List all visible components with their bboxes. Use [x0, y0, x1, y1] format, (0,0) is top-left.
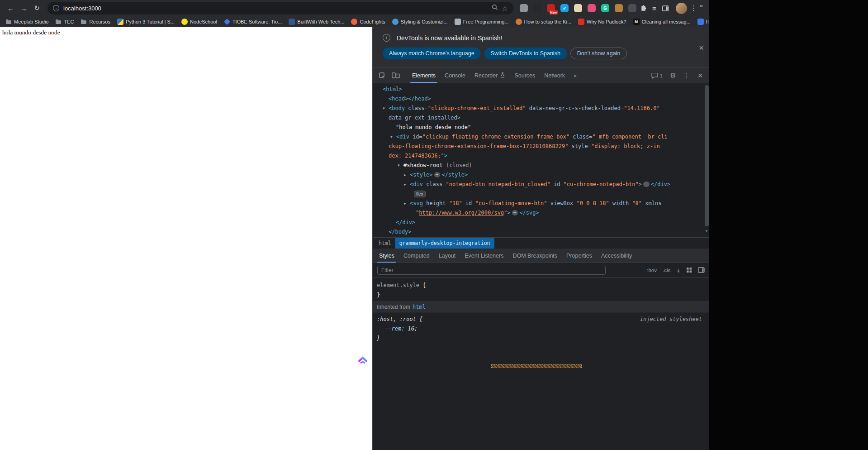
tree-scrollbar-thumb[interactable]	[705, 85, 709, 226]
bookmark-item[interactable]: Free Programming...	[455, 19, 509, 25]
code-line[interactable]: }	[373, 290, 709, 300]
new-style-rule-button[interactable]: +	[676, 267, 680, 274]
code-line[interactable]: element.style {	[373, 281, 709, 290]
banner-close-icon[interactable]: ×	[699, 43, 704, 52]
issues-counter[interactable]: 1	[648, 72, 666, 79]
expand-arrow-icon[interactable]: ▼	[398, 161, 403, 170]
extension-icon[interactable]: ✓	[560, 4, 569, 12]
styles-tab[interactable]: Layout	[434, 249, 460, 263]
bookmarks-overflow-button[interactable]: »	[695, 0, 709, 11]
toggle-class-button[interactable]: .cls	[663, 268, 670, 273]
devtools-tab[interactable]: Sources	[510, 68, 540, 83]
bookmark-item[interactable]: Meeplab Studio	[5, 19, 48, 25]
bookmark-item[interactable]: CodeFights	[351, 19, 385, 25]
expand-arrow-icon[interactable]: ▶	[404, 170, 410, 180]
code-line[interactable]: <head></head>	[373, 94, 709, 104]
code-line[interactable]: ▼<body class="clickup-chrome-ext_install…	[373, 104, 709, 113]
extension-icon[interactable]	[588, 4, 596, 12]
expand-arrow-icon[interactable]: ▶	[404, 199, 410, 208]
styles-tab[interactable]: Event Listeners	[460, 249, 508, 263]
bookmark-item[interactable]: Homework Lesson 1...	[697, 19, 709, 25]
computed-grid-icon[interactable]	[686, 267, 692, 274]
banner-button[interactable]: Always match Chrome's language	[383, 48, 481, 59]
breadcrumb-item[interactable]: grammarly-desktop-integration	[395, 238, 494, 249]
reading-list-icon[interactable]: ≡	[650, 5, 659, 12]
bookmark-item[interactable]: Why No Padlock?	[578, 19, 626, 25]
bookmark-favicon	[117, 19, 123, 25]
code-line[interactable]: ▶<div class="notepad-btn notepad-btn_clo…	[373, 180, 709, 189]
devtools-tab[interactable]: Recorder	[470, 68, 510, 83]
code-line[interactable]: ▼#shadow-root (closed)	[373, 161, 709, 170]
forward-button[interactable]: →	[18, 2, 30, 14]
code-line[interactable]: flex	[373, 189, 709, 199]
expand-arrow-icon[interactable]: ▼	[390, 132, 396, 142]
devtools-tab[interactable]: Console	[440, 68, 470, 83]
code-token: {	[416, 316, 422, 322]
side-panel-icon[interactable]	[659, 5, 671, 11]
extension-icon[interactable]: New	[547, 4, 555, 12]
code-line[interactable]: </body>	[373, 227, 709, 237]
settings-gear-icon[interactable]: ⚙	[667, 72, 679, 80]
styles-tab[interactable]: Accessibility	[597, 249, 636, 263]
styles-filter-input[interactable]	[377, 266, 606, 275]
inherited-element-link[interactable]: html	[413, 304, 426, 310]
devtools-menu-icon[interactable]: ⋮	[680, 72, 693, 79]
extension-icon[interactable]	[628, 4, 636, 12]
code-line[interactable]: --rem: 16;	[373, 324, 709, 334]
code-line[interactable]: }	[373, 334, 709, 343]
page-info-icon[interactable]: i	[53, 5, 59, 11]
toggle-hover-button[interactable]: :hov	[647, 268, 657, 273]
sidebar-toggle-icon[interactable]	[698, 267, 705, 274]
code-token: "hola mundo desde node"	[396, 124, 471, 130]
extensions-puzzle-icon[interactable]	[637, 5, 649, 12]
code-line[interactable]: "hola mundo desde node"	[373, 123, 709, 132]
code-line[interactable]: "http://www.w3.org/2000/svg">⋯</svg>	[373, 208, 709, 218]
styles-tab[interactable]: Styles	[375, 249, 399, 263]
breadcrumb-item[interactable]: html	[375, 238, 395, 249]
code-line[interactable]: dex: 2147483636;">	[373, 151, 709, 161]
reload-button[interactable]: ↻	[31, 2, 43, 14]
extension-icon[interactable]	[574, 4, 582, 12]
code-line[interactable]: </div>	[373, 218, 709, 227]
more-tabs-button[interactable]: »	[569, 68, 581, 83]
clickup-floating-button[interactable]	[358, 355, 368, 366]
code-line[interactable]: ▶<style>⋯</style>	[373, 170, 709, 180]
bookmark-item[interactable]: Python 3 Tutorial | S...	[117, 19, 175, 25]
inspect-element-icon[interactable]	[375, 68, 389, 83]
bookmark-item[interactable]: TEC	[55, 19, 74, 25]
code-line[interactable]: data-gr-ext-installed>	[373, 113, 709, 123]
styles-tab[interactable]: Computed	[399, 249, 434, 263]
bookmark-star-icon[interactable]: ☆	[502, 5, 508, 12]
bookmark-item[interactable]: NodeSchool	[181, 19, 217, 25]
extension-icon[interactable]	[533, 4, 541, 12]
extension-icon[interactable]	[520, 4, 528, 12]
address-bar[interactable]: i localhost:3000 ☆	[47, 2, 513, 14]
bookmark-item[interactable]: BuiltWith Web Tech...	[289, 19, 344, 25]
bookmark-item[interactable]: Recursos	[81, 19, 110, 25]
code-line[interactable]: ckup-floating-chrome-extension-frame-box…	[373, 142, 709, 151]
device-toolbar-icon[interactable]	[389, 68, 403, 83]
code-line[interactable]: <html>	[373, 85, 709, 94]
bookmark-item[interactable]: How to setup the Ki...	[516, 19, 572, 25]
tree-scroll-down-icon[interactable]: ▼	[705, 229, 708, 233]
profile-avatar[interactable]	[676, 3, 687, 14]
search-icon[interactable]	[492, 4, 498, 12]
bookmark-item[interactable]: TIOBE Software: Tio...	[224, 19, 282, 25]
devtools-tab[interactable]: Elements	[408, 68, 440, 83]
styles-tab[interactable]: Properties	[562, 249, 597, 263]
back-button[interactable]: ←	[5, 2, 17, 14]
extension-icon[interactable]	[615, 4, 623, 12]
bookmark-item[interactable]: Styling & Customizi...	[392, 19, 448, 25]
bookmark-item[interactable]: M Cleaning all messag...	[633, 19, 691, 25]
code-line[interactable]: ▶<svg height="18" id="cu-floating-move-b…	[373, 199, 709, 208]
devtools-panel: i DevTools is now available in Spanish! …	[372, 27, 709, 450]
devtools-close-icon[interactable]: ×	[694, 71, 707, 81]
banner-button[interactable]: Switch DevTools to Spanish	[484, 48, 567, 59]
code-line[interactable]: ▼<div id="clickup-floating-chrome-extens…	[373, 132, 709, 142]
expand-arrow-icon[interactable]: ▶	[404, 180, 410, 189]
devtools-tab[interactable]: Network	[540, 68, 569, 83]
extension-icon[interactable]: G	[601, 4, 609, 12]
expand-arrow-icon[interactable]: ▼	[383, 104, 389, 113]
banner-button[interactable]: Don't show again	[570, 48, 627, 59]
styles-tab[interactable]: DOM Breakpoints	[508, 249, 562, 263]
